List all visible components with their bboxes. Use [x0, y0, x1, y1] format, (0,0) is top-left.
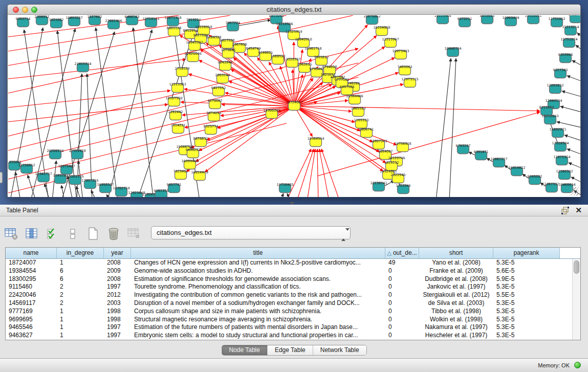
- graph-node-yellow[interactable]: 20364486: [346, 94, 363, 104]
- black-edge[interactable]: [564, 135, 580, 141]
- black-edge[interactable]: [436, 58, 451, 197]
- column-header-title[interactable]: title: [131, 248, 385, 258]
- graph-node-yellow[interactable]: 12213967: [382, 37, 399, 48]
- graph-node-teal[interactable]: 8639683: [480, 15, 495, 24]
- graph-node-teal[interactable]: 12160392: [556, 169, 573, 180]
- graph-node-teal[interactable]: 1267332: [545, 182, 559, 192]
- graph-node-yellow[interactable]: 18807249: [370, 139, 387, 149]
- black-edge[interactable]: [567, 149, 580, 155]
- graph-node-yellow[interactable]: 2718129: [175, 67, 190, 77]
- table-row[interactable]: 977716911998Corpus callosum shape and si…: [6, 308, 572, 316]
- red-edge[interactable]: [229, 81, 294, 106]
- graph-node-teal[interactable]: 9329966: [558, 53, 573, 63]
- graph-node-teal[interactable]: 9572211: [458, 17, 472, 27]
- window-titlebar[interactable]: citations_edges.txt: [8, 5, 580, 15]
- graph-node-teal[interactable]: 15113214: [562, 25, 579, 35]
- black-edge[interactable]: [96, 28, 118, 197]
- graph-node-teal[interactable]: 9227343: [553, 68, 568, 78]
- graph-node-teal[interactable]: 12093832: [547, 83, 563, 94]
- graph-node-teal[interactable]: 16210643: [541, 114, 558, 124]
- graph-node-teal[interactable]: 3621082: [49, 18, 64, 28]
- tab-edge-table[interactable]: Edge Table: [268, 345, 313, 355]
- table-row[interactable]: 2242004622012Investigating the contribut…: [6, 291, 572, 299]
- scrollbar-thumb[interactable]: [574, 260, 579, 274]
- black-edge[interactable]: [576, 45, 580, 51]
- graph-node-yellow[interactable]: 7514221: [171, 123, 186, 134]
- graph-node-yellow[interactable]: 7955812: [314, 55, 329, 65]
- graph-node-teal[interactable]: 11875324: [553, 155, 570, 165]
- black-edge[interactable]: [133, 28, 154, 197]
- graph-node-teal[interactable]: 6466163: [125, 15, 140, 25]
- table-row[interactable]: 1938455462009Genome-wide association stu…: [6, 267, 572, 275]
- graph-node-teal[interactable]: 9462744: [569, 15, 580, 23]
- graph-node-yellow[interactable]: 12213383: [169, 82, 186, 93]
- unselect-all-columns-icon[interactable]: [66, 227, 80, 241]
- table-row[interactable]: 911546021997Tourette syndrome. Phenomeno…: [6, 283, 572, 291]
- table-row[interactable]: 1456911722003Disruption of a novel membe…: [6, 299, 572, 308]
- graph-node-yellow[interactable]: 8525774: [204, 124, 219, 135]
- graph-node-yellow[interactable]: 9806741: [359, 127, 374, 138]
- graph-node-teal[interactable]: 9657791: [167, 183, 182, 193]
- black-edge[interactable]: [560, 106, 580, 113]
- graph-node-yellow[interactable]: 16640910: [295, 37, 312, 48]
- graph-node-yellow[interactable]: 18107550: [165, 96, 182, 106]
- hidden-panel-handle[interactable]: [0, 172, 3, 183]
- black-edge[interactable]: [449, 58, 456, 197]
- create-column-icon[interactable]: [86, 227, 100, 241]
- window-resize-grip[interactable]: [571, 187, 579, 195]
- graph-node-teal[interactable]: 7957224: [226, 21, 241, 31]
- table-select-dropdown[interactable]: citations_edges.txt: [151, 226, 351, 239]
- graph-node-teal[interactable]: 18136141: [370, 181, 387, 191]
- table-row[interactable]: 1872400712008Changes of HCN gene express…: [6, 259, 572, 267]
- graph-node-yellow[interactable]: 12973115: [401, 77, 418, 87]
- graph-node-teal[interactable]: 12342757: [35, 172, 52, 182]
- column-header-name[interactable]: name: [6, 248, 57, 258]
- graph-hub-node[interactable]: 18724007: [286, 100, 302, 111]
- graph-node-yellow[interactable]: 19756928: [394, 142, 411, 152]
- graph-node-yellow[interactable]: 9427552: [211, 86, 226, 96]
- graph-node-teal[interactable]: 9161355: [154, 189, 169, 198]
- graph-node-yellow[interactable]: 22420046: [184, 52, 201, 62]
- graph-node-teal[interactable]: 10653287: [66, 16, 82, 26]
- graph-node-yellow[interactable]: 2803144: [215, 73, 230, 83]
- graph-node-yellow[interactable]: 18300295: [263, 108, 280, 119]
- graph-node-yellow[interactable]: 16154808: [373, 26, 390, 36]
- graph-node-yellow[interactable]: 7625402: [173, 169, 188, 180]
- graph-node-teal[interactable]: 11156852: [18, 163, 35, 173]
- graph-node-teal[interactable]: 2306912: [35, 15, 50, 25]
- graph-node-teal[interactable]: 17016504: [552, 141, 569, 151]
- splitter-handle-icon[interactable]: [290, 202, 295, 205]
- red-edge[interactable]: [233, 58, 294, 106]
- column-header-year[interactable]: year: [104, 248, 131, 258]
- network-view-window[interactable]: citations_edges.txt 90557142306912362108…: [7, 4, 581, 197]
- graph-node-teal[interactable]: 15751074: [560, 37, 577, 48]
- black-edge[interactable]: [569, 163, 580, 169]
- black-edge[interactable]: [15, 172, 20, 197]
- graph-node-yellow[interactable]: 16099469: [181, 159, 198, 169]
- graph-node-yellow[interactable]: 4170067: [208, 99, 223, 109]
- red-edge[interactable]: [8, 91, 170, 107]
- column-header-short[interactable]: short: [419, 248, 493, 258]
- graph-node-teal[interactable]: 1145190: [53, 173, 68, 184]
- graph-node-yellow[interactable]: 2522540: [391, 173, 406, 183]
- graph-node-teal[interactable]: 15318031: [525, 15, 541, 24]
- graph-node-yellow[interactable]: 16914479: [191, 170, 208, 181]
- show-columns-icon[interactable]: [25, 227, 39, 241]
- network-canvas[interactable]: 9055714230691236210821065328715276022769…: [8, 15, 580, 197]
- graph-node-teal[interactable]: 10975487: [58, 164, 75, 174]
- graph-node-teal[interactable]: 10648784: [444, 47, 461, 57]
- graph-node-teal[interactable]: 1753346: [396, 184, 411, 194]
- graph-node-yellow[interactable]: 6497568: [340, 85, 355, 95]
- column-header-in-degree[interactable]: in_degree: [57, 248, 104, 258]
- graph-node-teal[interactable]: 20876862: [363, 15, 380, 25]
- graph-node-yellow[interactable]: 8186328: [207, 35, 222, 46]
- black-edge[interactable]: [572, 60, 580, 67]
- graph-node-yellow[interactable]: 8601128: [167, 26, 182, 36]
- graph-node-teal[interactable]: 1527602: [88, 15, 102, 25]
- graph-node-teal[interactable]: 16782759: [113, 186, 129, 196]
- graph-node-teal[interactable]: 16914622: [508, 166, 525, 176]
- red-edge[interactable]: [317, 149, 318, 197]
- graph-node-teal[interactable]: 19716485: [276, 183, 293, 193]
- red-edge[interactable]: [297, 149, 314, 197]
- table-row[interactable]: 946554611997Estimation of the future num…: [6, 323, 572, 332]
